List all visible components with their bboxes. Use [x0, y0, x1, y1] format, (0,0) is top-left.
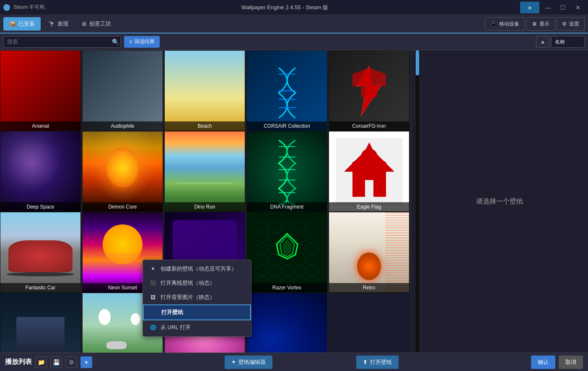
wallpaper-label-eagle-flag: Eagle Flag	[329, 202, 409, 211]
steam-icon	[3, 4, 10, 11]
editor-label: 壁纸编辑器	[238, 358, 266, 366]
wallpaper-label-dino-run: Dino Run	[165, 202, 245, 211]
maximize-btn[interactable]: ☐	[556, 2, 570, 13]
context-open-bg-image[interactable]: 🖼 打开背景图片（静态）	[143, 290, 251, 304]
nav-discover-btn[interactable]: 🔭 发现	[42, 17, 74, 31]
wallpaper-label-demon-core: Demon Core	[83, 202, 163, 211]
playlist-folder-btn[interactable]: 📁	[35, 356, 47, 368]
wallpaper-item-techno[interactable]: Techno	[246, 293, 327, 353]
mobile-icon: 📱	[490, 21, 497, 27]
wallpaper-item-fantastic-car[interactable]: Fantastic Car	[0, 212, 81, 293]
wallpaper-label-beach: Beach	[165, 121, 245, 131]
filter-label: 筛选结果	[135, 38, 155, 45]
folder-icon: 📁	[38, 359, 45, 366]
context-open-url[interactable]: 🌐 从 URL 打开	[143, 320, 251, 335]
wallpaper-item-razer-vortex[interactable]: Razer Vortex	[246, 212, 327, 293]
context-open-wallpaper-label: 打开壁纸	[161, 309, 183, 316]
installed-label: 已安装	[18, 20, 35, 28]
context-open-wallpaper[interactable]: 打开壁纸	[143, 304, 251, 320]
bottom-center: ✦ 壁纸编辑器 ⬆ 打开壁纸	[96, 356, 528, 369]
gallery-scrollbar-thumb[interactable]	[416, 50, 419, 75]
wallpaper-item-corsair2[interactable]: CorsairFG-Iron	[329, 50, 409, 131]
open-url-icon: 🌐	[150, 324, 156, 331]
wallpaper-item-deep-space[interactable]: Deep Space	[0, 131, 81, 212]
open-wallpaper-icon	[150, 309, 157, 316]
steam-forward-btn[interactable]: »	[520, 2, 539, 13]
confirm-btn[interactable]: 确认	[531, 356, 555, 369]
display-label: 显示	[539, 21, 549, 28]
context-open-offline[interactable]: ⬛ 打开离线壁纸（动态）	[143, 276, 251, 290]
nav-workshop-btn[interactable]: ⚙ 创意工坊	[76, 17, 117, 31]
wallpaper-label-audiophile: Audiophile	[83, 121, 163, 131]
nav-bar: 📦 已安装 🔭 发现 ⚙ 创意工坊 📱 移动设备 🖥 显示 ⚙ 设置	[0, 15, 588, 33]
gallery-scrollbar-track[interactable]	[416, 50, 419, 353]
mobile-label: 移动设备	[499, 21, 519, 28]
bottom-right: 确认 取消	[531, 356, 583, 369]
nav-tools: 📱 移动设备 🖥 显示 ⚙ 设置	[485, 17, 585, 31]
search-bar: 🔍 ≡ 筛选结果 ▲ 名称 日期 评分 大小	[0, 33, 588, 50]
title-bar: Steam 不可用。 Wallpaper Engine 2.4.55 - Ste…	[0, 0, 588, 15]
wallpaper-item-audiophile[interactable]: Audiophile	[82, 50, 163, 131]
workshop-icon: ⚙	[82, 21, 87, 27]
playlist-settings-btn[interactable]: ⚙	[65, 356, 77, 368]
open-wallpaper-bottom-btn[interactable]: ⬆ 打开壁纸	[356, 356, 399, 369]
wallpaper-label-deep-space: Deep Space	[0, 202, 80, 211]
sort-wrapper: ▲ 名称 日期 评分 大小	[536, 36, 585, 48]
close-btn[interactable]: ✕	[571, 2, 585, 13]
bottom-bar: 播放列表 📁 💾 ⚙ + ✦ 壁纸编辑器 ⬆ 打开壁纸 确认 取消	[0, 353, 588, 371]
title-bar-title: Wallpaper Engine 2.4.55 - Steam 版	[49, 4, 520, 11]
context-create-new[interactable]: ✦ 创建新的壁纸（动态且可共享）	[143, 262, 251, 276]
settings-icon: ⚙	[562, 21, 567, 27]
preview-panel: 请选择一个壁纸	[411, 50, 588, 353]
filter-icon: ≡	[129, 39, 132, 45]
playlist-label: 播放列表	[5, 358, 32, 366]
sort-select[interactable]: 名称 日期 评分 大小	[551, 36, 585, 48]
wallpaper-item-dna-fragment[interactable]: DNA Fragment	[246, 131, 327, 212]
open-offline-icon: ⬛	[150, 280, 156, 286]
wallpaper-item-corsair[interactable]: CORSAIR Collection	[246, 50, 327, 131]
search-input[interactable]	[3, 36, 121, 48]
context-menu: ✦ 创建新的壁纸（动态且可共享） ⬛ 打开离线壁纸（动态） 🖼 打开背景图片（静…	[142, 260, 251, 337]
cancel-btn[interactable]: 取消	[559, 356, 583, 369]
confirm-label: 确认	[538, 358, 549, 366]
main-content: Arsenal Audiophile Beach	[0, 50, 588, 353]
title-bar-controls: » — ☐ ✕	[520, 2, 585, 13]
playlist-add-btn[interactable]: +	[80, 356, 92, 368]
settings-btn[interactable]: ⚙ 设置	[557, 17, 585, 31]
wallpaper-item-arsenal[interactable]: Arsenal	[0, 50, 81, 131]
wallpaper-item-eagle-flag[interactable]: Eagle Flag	[329, 131, 409, 212]
wallpaper-item-dino-run[interactable]: Dino Run	[164, 131, 245, 212]
search-wrapper: 🔍	[3, 36, 121, 48]
installed-icon: 📦	[9, 21, 16, 27]
nav-installed-btn[interactable]: 📦 已安装	[3, 17, 41, 31]
mobile-btn[interactable]: 📱 移动设备	[485, 17, 525, 31]
upload-icon: ⬆	[363, 359, 368, 365]
open-bg-icon: 🖼	[150, 294, 156, 301]
save-icon: 💾	[53, 359, 60, 366]
search-submit-btn[interactable]: 🔍	[112, 39, 119, 45]
svg-marker-6	[352, 68, 386, 97]
context-create-new-label: 创建新的壁纸（动态且可共享）	[161, 265, 237, 273]
display-btn[interactable]: 🖥 显示	[526, 17, 555, 31]
open-wallpaper-label: 打开壁纸	[370, 358, 392, 366]
context-open-offline-label: 打开离线壁纸（动态）	[161, 279, 215, 287]
discover-label: 发现	[57, 20, 68, 28]
wallpaper-label-fantastic-car: Fantastic Car	[0, 283, 80, 292]
steam-status: Steam 不可用。	[13, 4, 49, 11]
wallpaper-label-corsair2: CorsairFG-Iron	[329, 121, 409, 131]
wallpaper-item-demon-core[interactable]: Demon Core	[82, 131, 163, 212]
wallpaper-label-razer-vortex: Razer Vortex	[247, 283, 327, 292]
wallpaper-item-retro[interactable]: Retro	[329, 212, 409, 293]
wallpaper-label-dna-fragment: DNA Fragment	[247, 202, 327, 211]
minimize-btn[interactable]: —	[541, 2, 554, 13]
cancel-label: 取消	[565, 358, 576, 366]
editor-btn[interactable]: ✦ 壁纸编辑器	[225, 356, 272, 369]
filter-btn[interactable]: ≡ 筛选结果	[124, 36, 160, 48]
wallpaper-label-retro: Retro	[329, 283, 409, 292]
playlist-save-btn[interactable]: 💾	[50, 356, 62, 368]
context-open-url-label: 从 URL 打开	[161, 324, 191, 331]
sort-direction-btn[interactable]: ▲	[536, 36, 549, 48]
discover-icon: 🔭	[48, 21, 55, 27]
wallpaper-item-beach[interactable]: Beach	[164, 50, 245, 131]
wallpaper-item-ricepod[interactable]: Ricepod	[0, 293, 81, 353]
